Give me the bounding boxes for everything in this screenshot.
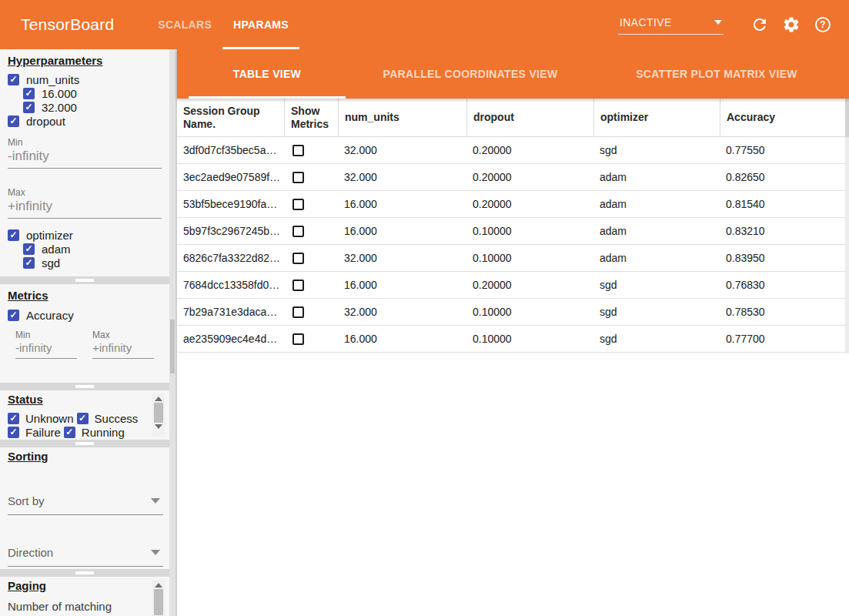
table-row: 5b97f3c2967245b…16.0000.10000adam0.83210 [177, 218, 849, 245]
show-metrics-cell [284, 225, 338, 238]
dropout-cell: 0.20000 [466, 144, 593, 156]
divider-drag-handle[interactable] [75, 442, 94, 445]
show-metrics-checkbox[interactable] [292, 226, 304, 237]
optimizer-cell: sgd [593, 279, 720, 291]
optimizer-cell: adam [593, 171, 720, 183]
tab-scatter-plot-matrix-view[interactable]: SCATTER PLOT MATRIX VIEW [595, 49, 838, 99]
status-title: Status [8, 393, 169, 407]
hparam-num-units: num_units [8, 72, 169, 86]
paging-summary: Number of matching session groups: 8 [8, 599, 140, 616]
show-metrics-cell [284, 306, 338, 319]
sidebar-scrollbar-thumb[interactable] [170, 320, 175, 373]
optimizer-cell: sgd [593, 144, 720, 156]
status-failure-checkbox[interactable] [8, 427, 19, 438]
divider-drag-handle[interactable] [75, 385, 94, 388]
status-unknown-checkbox[interactable] [8, 413, 19, 424]
dropout-checkbox[interactable] [8, 116, 19, 127]
table-row: 53bf5bece9190fa…16.0000.20000adam0.81540 [177, 191, 849, 218]
show-metrics-checkbox[interactable] [292, 280, 304, 291]
show-metrics-checkbox[interactable] [292, 145, 304, 156]
accuracy-cell: 0.77700 [720, 333, 849, 345]
sorting-title: Sorting [8, 450, 169, 464]
num-units-16-checkbox[interactable] [23, 88, 35, 99]
hparam-num-units-16: 16.000 [23, 86, 169, 100]
dropout-cell: 0.20000 [466, 198, 593, 210]
column-num-units: num_units [338, 99, 466, 136]
reload-status-value: INACTIVE [620, 16, 672, 28]
scroll-down-icon[interactable] [155, 424, 162, 429]
sort-by-select[interactable]: Sort by [8, 491, 163, 515]
num-units-cell: 32.000 [338, 171, 466, 183]
direction-select[interactable]: Direction [8, 543, 163, 567]
hparam-optimizer-sgd: sgd [23, 256, 169, 270]
dropout-max-label: Max [8, 187, 169, 196]
toolbar-actions: INACTIVE ? [618, 0, 832, 49]
table-scrollbar[interactable] [845, 99, 849, 353]
scroll-up-icon[interactable] [155, 583, 162, 588]
status-running-checkbox[interactable] [64, 427, 75, 438]
tab-parallel-coordinates-view[interactable]: PARALLEL COORDINATES VIEW [346, 49, 595, 99]
tab-scalars[interactable]: SCALARS [147, 0, 222, 49]
status-success: Success [77, 411, 139, 425]
show-metrics-checkbox[interactable] [292, 199, 304, 210]
status-options: Unknown Success Failure Running [8, 411, 151, 439]
show-metrics-cell [284, 279, 338, 292]
refresh-icon[interactable] [750, 15, 769, 34]
paging-title: Paging [8, 579, 169, 593]
tab-table-view[interactable]: TABLE VIEW [189, 49, 346, 99]
dropout-cell: 0.10000 [466, 306, 593, 318]
paging-scrollbar[interactable] [152, 580, 165, 616]
session-group-name-cell: 7b29a731e3daca… [177, 306, 284, 318]
reload-status-select[interactable]: INACTIVE [618, 15, 724, 35]
num-units-cell: 32.000 [338, 252, 466, 264]
divider-drag-handle[interactable] [75, 571, 94, 574]
show-metrics-checkbox[interactable] [292, 172, 304, 183]
scroll-up-icon[interactable] [155, 397, 162, 401]
num-units-checkbox[interactable] [8, 74, 19, 85]
session-group-name-cell: 3df0d7cf35bec5a… [177, 144, 284, 156]
hparams-sidebar: Hyperparameters num_units 16.000 32.000 … [0, 49, 177, 616]
table-row: 3df0d7cf35bec5a…32.0000.20000sgd0.77550 [177, 137, 849, 164]
dropout-min-input[interactable] [8, 146, 162, 169]
accuracy-min-input[interactable] [15, 339, 77, 359]
help-icon[interactable]: ? [814, 15, 832, 34]
optimizer-adam-checkbox[interactable] [23, 243, 35, 255]
column-optimizer: optimizer [593, 99, 720, 136]
num-units-cell: 32.000 [338, 306, 466, 318]
num-units-32-checkbox[interactable] [23, 102, 35, 113]
table-row: 3ec2aed9e07589f…32.0000.20000adam0.82650 [177, 164, 849, 191]
scrollbar-thumb[interactable] [845, 99, 849, 137]
dropout-max-input[interactable] [8, 196, 162, 219]
accuracy-checkbox[interactable] [8, 310, 19, 321]
view-tabs: TABLE VIEW PARALLEL COORDINATES VIEW SCA… [177, 49, 849, 99]
accuracy-min-label: Min [15, 330, 82, 339]
hyperparameters-section: Hyperparameters num_units 16.000 32.000 … [0, 49, 169, 276]
status-success-checkbox[interactable] [77, 413, 89, 424]
optimizer-cell: adam [593, 198, 720, 210]
show-metrics-checkbox[interactable] [292, 333, 304, 345]
scrollbar-thumb[interactable] [154, 589, 163, 615]
optimizer-cell: sgd [593, 306, 720, 318]
scrollbar-thumb[interactable] [154, 403, 163, 423]
optimizer-checkbox[interactable] [8, 229, 19, 241]
tab-hparams[interactable]: HPARAMS [222, 0, 299, 49]
table-row: ae235909ec4e4d…16.0000.10000sgd0.77700 [177, 326, 849, 353]
settings-icon[interactable] [782, 15, 801, 34]
column-session-group-name: Session Group Name. [177, 99, 284, 136]
table-body: 3df0d7cf35bec5a…32.0000.20000sgd0.775503… [177, 137, 849, 353]
hparam-optimizer-adam: adam [23, 242, 169, 256]
show-metrics-cell [284, 198, 338, 211]
app-title: TensorBoard [21, 15, 114, 34]
show-metrics-checkbox[interactable] [292, 253, 304, 264]
hyperparameters-title: Hyperparameters [8, 54, 169, 68]
accuracy-cell: 0.78530 [720, 306, 849, 318]
hparam-dropout: dropout [8, 114, 169, 128]
column-accuracy: Accuracy [720, 99, 849, 136]
table-row: 7b29a731e3daca…32.0000.10000sgd0.78530 [177, 299, 849, 326]
status-scrollbar[interactable] [152, 393, 165, 437]
optimizer-sgd-checkbox[interactable] [23, 257, 35, 269]
accuracy-max-input[interactable] [92, 339, 154, 359]
show-metrics-checkbox[interactable] [292, 306, 304, 318]
divider-drag-handle[interactable] [75, 279, 94, 282]
num-units-cell: 16.000 [338, 198, 466, 210]
